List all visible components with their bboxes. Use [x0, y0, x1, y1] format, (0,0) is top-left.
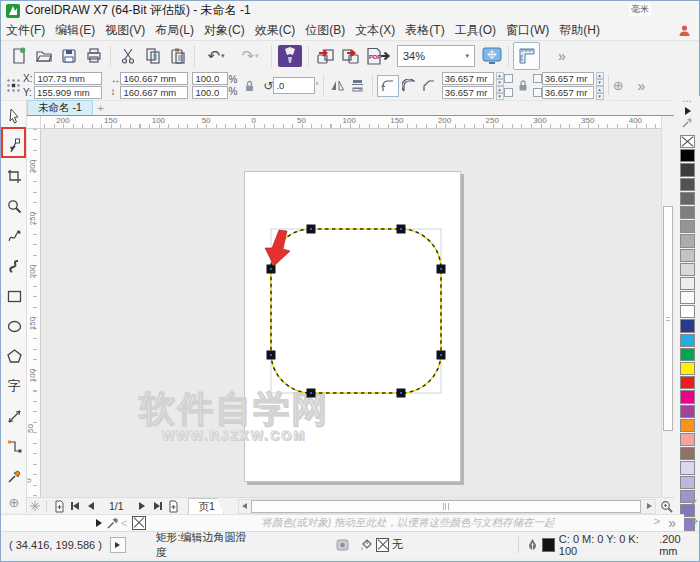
- ellipse-tool[interactable]: [2, 313, 26, 339]
- menu-item-11[interactable]: 窗口(W): [501, 20, 554, 41]
- object-height-field[interactable]: 160.667 mm: [120, 86, 188, 99]
- scale-h-field[interactable]: 100.0: [192, 72, 228, 85]
- fullscreen-preview-button[interactable]: [479, 43, 504, 69]
- status-flyout-button[interactable]: [110, 537, 126, 553]
- palette-swatch-1[interactable]: [680, 149, 695, 162]
- ruler-origin-corner[interactable]: [27, 116, 41, 129]
- account-icon[interactable]: [678, 24, 691, 37]
- toolbar-overflow-icon[interactable]: »: [558, 48, 564, 64]
- add-page-before-button[interactable]: [51, 499, 67, 514]
- vertical-scrollbar-thumb[interactable]: [663, 206, 673, 431]
- horizontal-scrollbar[interactable]: [238, 499, 656, 514]
- last-page-button[interactable]: [150, 499, 166, 514]
- edit-corners-together-button[interactable]: [513, 76, 533, 96]
- palette-swatch-19[interactable]: [680, 405, 695, 418]
- spinner[interactable]: ▴▾: [596, 72, 604, 85]
- horizontal-scrollbar-thumb[interactable]: [251, 500, 641, 513]
- title-bar[interactable]: CorelDRAW X7 (64-Bit 评估版) - 未命名 -1: [1, 1, 699, 20]
- menu-item-10[interactable]: 工具(O): [450, 20, 501, 41]
- docpal-overflow-icon[interactable]: »: [668, 515, 674, 531]
- menu-item-8[interactable]: 文本(X): [350, 20, 400, 41]
- propbar-overflow-icon[interactable]: »: [638, 78, 644, 94]
- undo-button[interactable]: ↶▾: [199, 43, 233, 69]
- first-page-button[interactable]: [67, 499, 83, 514]
- palette-swatch-23[interactable]: [680, 461, 695, 474]
- text-tool[interactable]: 字: [2, 373, 26, 399]
- artistic-media-tool[interactable]: [2, 253, 26, 279]
- x-position-field[interactable]: 107.73 mm: [34, 72, 102, 85]
- previous-page-button[interactable]: [83, 499, 99, 514]
- open-button[interactable]: [31, 43, 56, 69]
- polygon-tool[interactable]: [2, 343, 26, 369]
- scroll-left-icon[interactable]: [240, 502, 249, 511]
- new-document-tab-button[interactable]: +: [93, 101, 109, 115]
- fill-color-icon[interactable]: [359, 538, 373, 551]
- zoom-level-select[interactable]: 34%▾: [397, 45, 475, 67]
- palette-swatch-6[interactable]: [680, 220, 695, 233]
- menu-item-5[interactable]: 对象(C): [199, 20, 250, 41]
- mirror-horizontal-button[interactable]: [328, 76, 348, 96]
- vertical-scrollbar[interactable]: [661, 116, 674, 497]
- pick-tool[interactable]: [2, 103, 26, 129]
- new-document-button[interactable]: [6, 43, 31, 69]
- connector-tool[interactable]: [2, 433, 26, 459]
- app-launcher-button[interactable]: [276, 43, 304, 69]
- mirror-vertical-button[interactable]: [348, 76, 368, 96]
- palette-swatch-8[interactable]: [680, 249, 695, 262]
- fill-none-swatch[interactable]: [376, 538, 389, 552]
- export-button[interactable]: [338, 43, 363, 69]
- palette-swatch-2[interactable]: [680, 163, 695, 176]
- palette-swatch-14[interactable]: [680, 334, 695, 347]
- publish-pdf-button[interactable]: PDF: [363, 43, 393, 69]
- scalloped-corner-button[interactable]: [399, 76, 419, 96]
- palette-swatch-21[interactable]: [680, 433, 695, 446]
- palette-swatch-7[interactable]: [680, 234, 695, 247]
- spinner[interactable]: ▴▾: [496, 86, 504, 99]
- palette-swatch-20[interactable]: [680, 419, 695, 432]
- palette-swatch-16[interactable]: [680, 362, 695, 375]
- palette-drag-handle[interactable]: •••: [683, 98, 692, 104]
- corner-radius-br-field[interactable]: 36.657 mr: [542, 86, 594, 99]
- docpal-flyout-icon[interactable]: [96, 519, 102, 527]
- more-options-icon[interactable]: ⊕: [613, 78, 624, 93]
- corner-radius-bl-field[interactable]: 36.657 mr: [442, 86, 494, 99]
- zoom-toggle-icon[interactable]: [658, 499, 674, 514]
- document-tab[interactable]: 未命名 -1: [27, 100, 93, 115]
- y-position-field[interactable]: 155.909 mm: [34, 86, 102, 99]
- drawing-canvas[interactable]: 软件自学网 WWW.RJZXW.COM: [41, 129, 661, 497]
- menu-item-3[interactable]: 视图(V): [100, 20, 150, 41]
- shape-nodes[interactable]: [267, 225, 446, 398]
- print-button[interactable]: [81, 43, 106, 69]
- palette-swatch-10[interactable]: [680, 277, 695, 290]
- page-tab[interactable]: 页1: [188, 498, 224, 514]
- freehand-tool[interactable]: [2, 223, 26, 249]
- palette-swatch-11[interactable]: [680, 291, 695, 304]
- next-page-button[interactable]: [134, 499, 150, 514]
- eyedropper-tool[interactable]: [2, 463, 26, 489]
- docpal-none-swatch[interactable]: [132, 516, 146, 530]
- zoom-tool[interactable]: [2, 193, 26, 219]
- object-details-icon[interactable]: [336, 539, 349, 551]
- object-width-field[interactable]: 160.667 mm: [120, 72, 188, 85]
- corner-radius-tr-field[interactable]: 36.657 mr: [542, 72, 594, 85]
- menu-item-2[interactable]: 编辑(E): [50, 20, 100, 41]
- palette-eyedropper-icon[interactable]: [682, 117, 693, 128]
- palette-swatch-24[interactable]: [680, 476, 695, 489]
- menu-item-1[interactable]: 文件(F): [1, 20, 50, 41]
- menu-item-4[interactable]: 布局(L): [150, 20, 199, 41]
- palette-swatch-3[interactable]: [680, 178, 695, 191]
- navigator-icon[interactable]: [27, 499, 43, 514]
- menu-item-7[interactable]: 位图(B): [300, 20, 350, 41]
- scale-v-field[interactable]: 100.0: [192, 86, 228, 99]
- palette-swatch-22[interactable]: [680, 447, 695, 460]
- palette-swatch-13[interactable]: [680, 319, 695, 332]
- save-button[interactable]: [56, 43, 81, 69]
- outline-color-swatch[interactable]: [542, 538, 555, 552]
- crop-tool[interactable]: [2, 163, 26, 189]
- outline-pen-icon[interactable]: [527, 538, 538, 551]
- menu-item-6[interactable]: 效果(C): [250, 20, 301, 41]
- menu-item-12[interactable]: 帮助(H): [554, 20, 605, 41]
- palette-swatch-12[interactable]: [680, 305, 695, 318]
- spinner[interactable]: ▴▾: [596, 86, 604, 99]
- palette-swatch-5[interactable]: [680, 206, 695, 219]
